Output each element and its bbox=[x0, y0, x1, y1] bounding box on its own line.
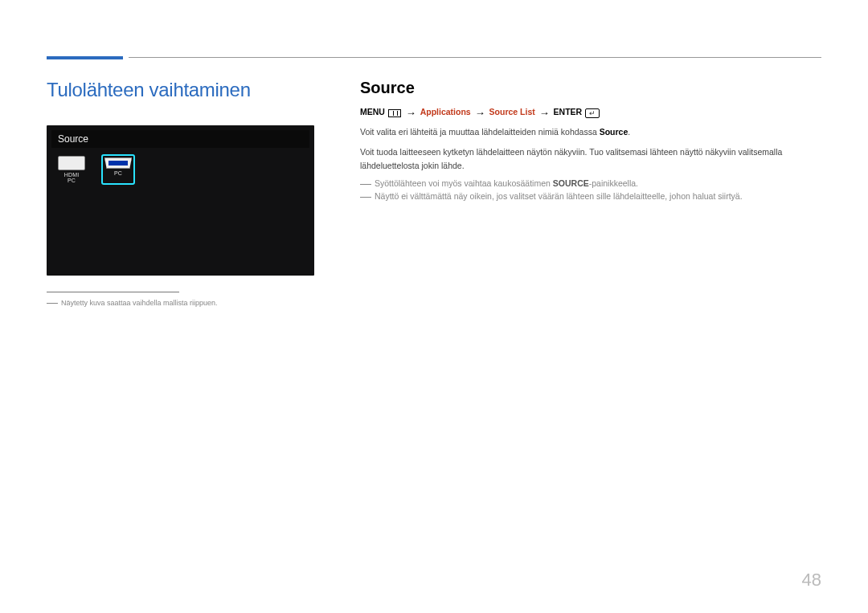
source-label-pc: PC bbox=[114, 170, 122, 176]
footnote-text: Näytetty kuva saattaa vaihdella mallista… bbox=[47, 299, 328, 307]
footnote-rule bbox=[47, 292, 179, 292]
arrow-icon: → bbox=[404, 107, 418, 119]
right-heading: Source bbox=[360, 79, 821, 97]
top-divider bbox=[129, 57, 821, 58]
pc-port-icon bbox=[104, 157, 132, 169]
paragraph-2: Voit tuoda laitteeseen kytketyn lähdelai… bbox=[360, 145, 821, 173]
right-column: Source MENU → Applications → Source List… bbox=[360, 79, 821, 307]
dash-icon bbox=[47, 303, 58, 304]
dash-icon bbox=[360, 184, 371, 185]
paragraph-1: Voit valita eri lähteitä ja muuttaa lähd… bbox=[360, 125, 821, 139]
menu-path: MENU → Applications → Source List → ENTE… bbox=[360, 107, 821, 119]
left-column: Tulolähteen vaihtaminen Source HDMI PC P… bbox=[47, 79, 328, 307]
source-item-hdmi: HDMI PC bbox=[58, 156, 85, 183]
hdmi-port-icon bbox=[58, 156, 85, 170]
page-number: 48 bbox=[802, 570, 821, 591]
n1-bold: SOURCE bbox=[553, 178, 589, 188]
source-label-hdmi: HDMI PC bbox=[64, 172, 80, 183]
footnote-label: Näytetty kuva saattaa vaihdella mallista… bbox=[61, 299, 218, 307]
source-screenshot: Source HDMI PC PC bbox=[47, 125, 314, 276]
n1-a: Syöttölähteen voi myös vaihtaa kaukosäät… bbox=[375, 178, 553, 188]
enter-icon bbox=[585, 108, 600, 118]
menu-icon bbox=[388, 109, 401, 117]
section-title: Tulolähteen vaihtaminen bbox=[47, 79, 328, 101]
n1-c: -painikkeella. bbox=[589, 178, 638, 188]
p1-bold: Source bbox=[600, 127, 628, 137]
n2-text: Näyttö ei välttämättä näy oikein, jos va… bbox=[375, 191, 743, 201]
note-1: Syöttölähteen voi myös vaihtaa kaukosäät… bbox=[360, 178, 821, 188]
screenshot-header: Source bbox=[51, 130, 309, 148]
accent-bar bbox=[47, 56, 123, 59]
path-enter: ENTER bbox=[554, 107, 583, 116]
path-source-list: Source List bbox=[489, 107, 535, 116]
p1-text-c: . bbox=[628, 127, 630, 137]
path-applications: Applications bbox=[420, 107, 471, 116]
page-columns: Tulolähteen vaihtaminen Source HDMI PC P… bbox=[47, 79, 821, 307]
arrow-icon: → bbox=[473, 107, 487, 119]
p1-text-a: Voit valita eri lähteitä ja muuttaa lähd… bbox=[360, 127, 600, 137]
note-2: Näyttö ei välttämättä näy oikein, jos va… bbox=[360, 191, 821, 201]
source-item-pc: PC bbox=[103, 156, 133, 183]
dash-icon bbox=[360, 197, 371, 198]
path-menu: MENU bbox=[360, 107, 385, 116]
arrow-icon: → bbox=[538, 107, 551, 119]
source-row: HDMI PC PC bbox=[58, 156, 133, 183]
